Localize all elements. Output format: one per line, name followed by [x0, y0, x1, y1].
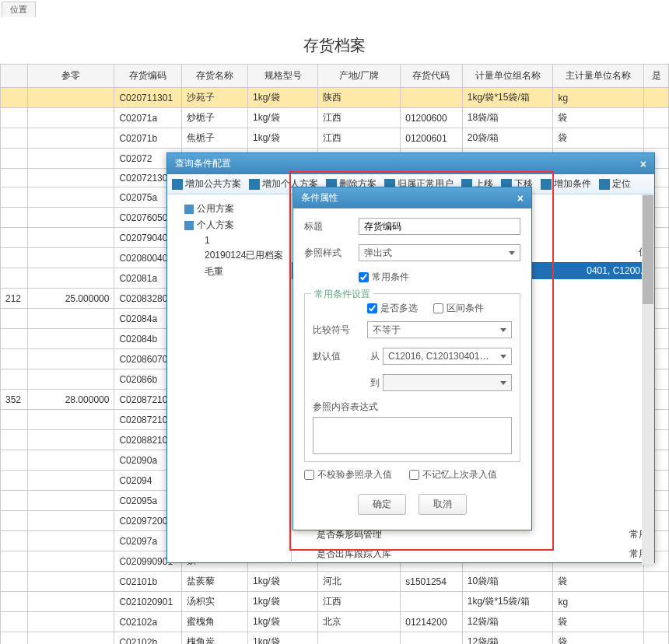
column-header[interactable]: 是	[644, 65, 669, 88]
table-row[interactable]: C02071b焦栀子1kg/袋江西0120060120袋/箱袋	[1, 128, 669, 149]
no-validate-checkbox[interactable]	[304, 470, 314, 480]
chevron-down-icon	[509, 251, 515, 255]
plus-icon	[541, 179, 552, 190]
table-row[interactable]: C02101b盐蒺藜1kg/袋河北s150125410袋/箱袋	[1, 572, 669, 592]
tree-node[interactable]: 毛重	[173, 264, 285, 280]
multi-select-label: 是否多选	[380, 302, 418, 315]
close-icon[interactable]: ×	[517, 192, 524, 205]
tab-stub[interactable]: 位置	[2, 2, 36, 17]
locate-icon	[599, 179, 610, 190]
no-remember-checkbox[interactable]	[409, 470, 419, 480]
label-expression: 参照内容表达式	[313, 401, 378, 414]
table-row[interactable]: C02102a蜜槐角1kg/袋北京0121420012袋/箱袋	[1, 612, 669, 632]
label-from: 从	[367, 350, 383, 363]
label-comparator: 比较符号	[313, 324, 367, 337]
comparator-select[interactable]: 不等于	[367, 321, 512, 338]
column-header[interactable]: 主计量单位名称	[553, 65, 644, 88]
plan-tree[interactable]: 公用方案 个人方案 1 20190124已用档案 毛重	[167, 194, 292, 565]
dialog-title: 查询条件配置	[175, 157, 231, 170]
default-from-select[interactable]: C12016, C120130401, C12009…	[383, 348, 512, 365]
plus-icon	[249, 179, 260, 190]
column-header[interactable]: 产地/厂牌	[318, 65, 401, 88]
column-header[interactable]: 存货编码	[114, 65, 182, 88]
dialog-title: 条件属性	[301, 191, 338, 205]
style-select[interactable]: 弹出式	[359, 244, 520, 261]
plus-icon	[172, 179, 183, 190]
range-condition-label: 区间条件	[447, 302, 484, 315]
chevron-down-icon	[500, 355, 506, 359]
table-row[interactable]: C02071a炒栀子1kg/袋江西0120060018袋/箱袋	[1, 108, 669, 128]
locate-button[interactable]: 定位	[599, 177, 631, 191]
add-condition-button[interactable]: 增加条件	[541, 177, 591, 191]
title-input[interactable]	[359, 218, 520, 235]
condition-property-dialog: 条件属性 × 标题 参照样式 弹出式 常用条件 常用条件设置 是否多选 区间条件	[292, 187, 532, 530]
scrollbar[interactable]	[642, 194, 654, 565]
table-row[interactable]: C02102b槐角炭1kg/袋12袋/箱袋	[1, 632, 669, 645]
chevron-down-icon	[500, 381, 506, 385]
column-header[interactable]: 计量单位组名称	[462, 65, 553, 88]
column-header[interactable]	[1, 65, 28, 88]
range-condition-checkbox[interactable]	[433, 303, 443, 313]
label-to: 到	[367, 376, 383, 390]
tree-node[interactable]: 1	[173, 233, 285, 247]
add-public-plan-button[interactable]: 增加公共方案	[172, 177, 241, 191]
fieldset-legend: 常用条件设置	[311, 288, 373, 301]
tree-public-root[interactable]: 公用方案	[173, 201, 285, 217]
column-header[interactable]: 存货名称	[182, 65, 248, 88]
close-icon[interactable]: ×	[640, 158, 646, 170]
tree-node[interactable]: 20190124已用档案	[173, 247, 285, 264]
no-validate-label: 不校验参照录入值	[317, 468, 392, 481]
chevron-down-icon	[500, 328, 506, 332]
common-settings-fieldset: 常用条件设置 是否多选 区间条件 比较符号 不等于 默认值 从 C12016, …	[304, 293, 520, 462]
default-to-select	[383, 374, 512, 391]
folder-icon	[184, 221, 194, 230]
column-header[interactable]: 参零	[28, 65, 114, 88]
condition-row[interactable]: 是否出库跟踪入库常用	[292, 544, 654, 564]
cancel-button[interactable]: 取消	[419, 494, 467, 515]
common-condition-checkbox[interactable]	[359, 272, 369, 282]
label-title: 标题	[304, 220, 359, 233]
common-condition-label: 常用条件	[372, 271, 409, 284]
column-header[interactable]: 存货代码	[401, 65, 463, 88]
page-title: 存货档案	[0, 23, 669, 64]
column-header[interactable]: 规格型号	[247, 65, 317, 88]
ok-button[interactable]: 确定	[358, 494, 406, 515]
table-row[interactable]: C021020901汤枳实1kg/袋江西1kg/袋*15袋/箱kg	[1, 592, 669, 612]
folder-icon	[184, 205, 194, 214]
expression-textarea[interactable]	[313, 417, 512, 454]
label-style: 参照样式	[304, 247, 359, 260]
label-default: 默认值	[313, 350, 367, 363]
tree-personal-root[interactable]: 个人方案	[173, 217, 285, 233]
multi-select-checkbox[interactable]	[367, 303, 377, 313]
table-row[interactable]: C020711301沙苑子1kg/袋陕西1kg/袋*15袋/箱kg	[1, 88, 669, 108]
no-remember-label: 不记忆上次录入值	[422, 468, 497, 481]
